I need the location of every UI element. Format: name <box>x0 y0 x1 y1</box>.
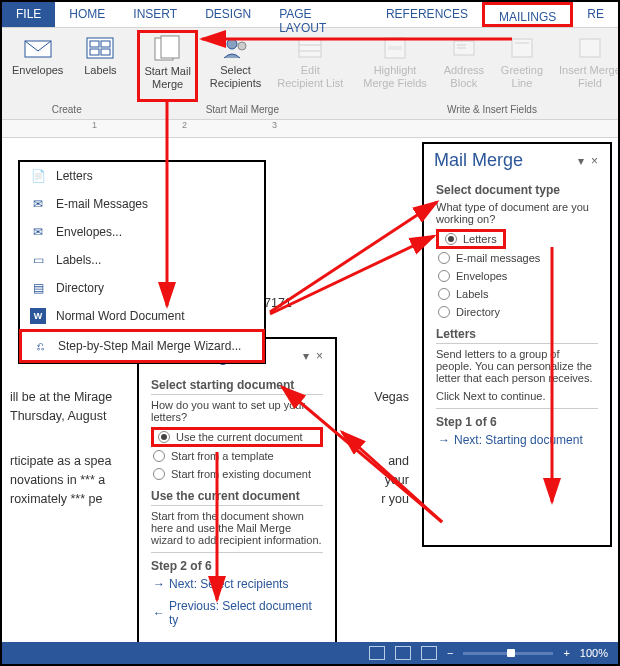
word-icon: W <box>30 308 46 324</box>
tab-insert[interactable]: INSERT <box>119 2 191 27</box>
arrow-left-icon: ← <box>153 606 165 620</box>
tab-file[interactable]: FILE <box>2 2 55 27</box>
envelopes-label: Envelopes <box>12 64 63 77</box>
label-icon: ▭ <box>30 252 46 268</box>
greeting-line-label: Greeting Line <box>501 64 543 90</box>
svg-rect-18 <box>512 39 532 57</box>
group-start-label: Start Mail Merge <box>206 102 279 117</box>
svg-rect-14 <box>388 46 402 50</box>
panel1-controls[interactable]: ▾ × <box>578 154 600 168</box>
zoom-in-button[interactable]: + <box>563 647 569 659</box>
svg-rect-7 <box>161 36 179 58</box>
letter-icon: 📄 <box>30 168 46 184</box>
next-select-recipients-link[interactable]: →Next: Select recipients <box>151 573 323 595</box>
ruler: 1 2 3 <box>2 120 618 138</box>
panel2-desc: Start from the document shown here and u… <box>151 510 323 546</box>
arrow-right-icon: → <box>438 433 450 447</box>
address-block-icon <box>448 34 480 62</box>
insert-merge-field-icon <box>574 34 606 62</box>
status-bar: − + 100% <box>2 642 618 664</box>
ruler-tick-3: 3 <box>272 120 277 137</box>
dropdown-directory[interactable]: ▤Directory <box>20 274 264 302</box>
dropdown-normal[interactable]: WNormal Word Document <box>20 302 264 330</box>
doc-para1r: Vegas <box>349 388 409 407</box>
start-mail-merge-button[interactable]: Start Mail Merge <box>137 30 197 102</box>
svg-point-9 <box>238 42 246 50</box>
radio-template[interactable]: Start from a template <box>151 447 323 465</box>
start-mail-merge-dropdown: 📄Letters ✉E-mail Messages ✉Envelopes... … <box>18 160 266 364</box>
insert-merge-field-button[interactable]: Insert Merge Field <box>555 30 620 102</box>
tab-mailings[interactable]: MAILINGS <box>482 2 573 27</box>
envelope-icon <box>22 34 54 62</box>
radio-letters[interactable]: Letters <box>436 229 506 249</box>
panel2-question: How do you want to set up your letters? <box>151 399 323 423</box>
radio-envelopes[interactable]: Envelopes <box>436 267 598 285</box>
doc-zip: 7171 <box>264 294 292 313</box>
group-write-label: Write & Insert Fields <box>447 102 537 117</box>
dropdown-letters[interactable]: 📄Letters <box>20 162 264 190</box>
tab-references[interactable]: REFERENCES <box>372 2 482 27</box>
envelopes-button[interactable]: Envelopes <box>8 30 67 102</box>
edit-recipient-list-icon <box>294 34 326 62</box>
panel1-desc: Send letters to a group of people. You c… <box>436 348 598 384</box>
radio-use-current[interactable]: Use the current document <box>151 427 323 447</box>
view-web-layout-icon[interactable] <box>421 646 437 660</box>
dropdown-labels[interactable]: ▭Labels... <box>20 246 264 274</box>
ruler-tick-2: 2 <box>182 120 187 137</box>
select-recipients-icon <box>220 34 252 62</box>
zoom-slider[interactable] <box>463 652 553 655</box>
wizard-icon: ⎌ <box>32 338 48 354</box>
svg-rect-10 <box>299 39 321 57</box>
prev-document-type-link[interactable]: ←Previous: Select document ty <box>151 595 323 631</box>
select-recipients-button[interactable]: Select Recipients <box>206 30 265 102</box>
radio-labels[interactable]: Labels <box>436 285 598 303</box>
panel1-title: Mail Merge <box>434 150 523 171</box>
address-block-button[interactable]: Address Block <box>439 30 489 102</box>
tab-design[interactable]: DESIGN <box>191 2 265 27</box>
ribbon-tabs: FILE HOME INSERT DESIGN PAGE LAYOUT REFE… <box>2 2 618 28</box>
ribbon: Envelopes Labels Create Start Mail Merge… <box>2 28 618 120</box>
labels-label: Labels <box>84 64 116 77</box>
group-start-mail-merge: Start Mail Merge Select Recipients Edit … <box>131 28 353 119</box>
tab-home[interactable]: HOME <box>55 2 119 27</box>
radio-existing[interactable]: Start from existing document <box>151 465 323 483</box>
directory-icon: ▤ <box>30 280 46 296</box>
radio-email[interactable]: E-mail messages <box>436 249 598 267</box>
labels-button[interactable]: Labels <box>75 30 125 102</box>
panel2-controls[interactable]: ▾ × <box>303 349 325 363</box>
highlight-icon <box>379 34 411 62</box>
group-write-insert: Highlight Merge Fields Address Block Gre… <box>353 28 620 119</box>
zoom-level[interactable]: 100% <box>580 647 608 659</box>
view-read-mode-icon[interactable] <box>395 646 411 660</box>
panel1-h2: Letters <box>436 327 598 344</box>
next-starting-document-link[interactable]: →Next: Starting document <box>436 429 598 451</box>
dropdown-email[interactable]: ✉E-mail Messages <box>20 190 264 218</box>
dropdown-wizard[interactable]: ⎌Step-by-Step Mail Merge Wizard... <box>19 329 265 363</box>
zoom-out-button[interactable]: − <box>447 647 453 659</box>
tab-overflow[interactable]: RE <box>573 2 618 27</box>
svg-rect-20 <box>580 39 600 57</box>
radio-directory[interactable]: Directory <box>436 303 598 321</box>
doc-para2r: andyourr you <box>347 452 409 508</box>
email-icon: ✉ <box>30 196 46 212</box>
arrow-right-icon: → <box>153 577 165 591</box>
mail-merge-panel-step2: Mail Merge▾ × Select starting document H… <box>137 337 337 657</box>
ruler-tick-1: 1 <box>92 120 97 137</box>
address-block-label: Address Block <box>444 64 484 90</box>
panel1-question: What type of document are you working on… <box>436 201 598 225</box>
doc-para1: ill be at the MirageThursday, August <box>10 388 112 426</box>
panel1-h1: Select document type <box>436 183 598 197</box>
panel2-step: Step 2 of 6 <box>151 552 323 573</box>
tab-page-layout[interactable]: PAGE LAYOUT <box>265 2 372 27</box>
panel1-step: Step 1 of 6 <box>436 408 598 429</box>
highlight-merge-fields-button[interactable]: Highlight Merge Fields <box>359 30 431 102</box>
dropdown-envelopes[interactable]: ✉Envelopes... <box>20 218 264 246</box>
panel2-h1: Select starting document <box>151 378 323 395</box>
doc-para2: rticipate as a speanovations in *** arox… <box>10 452 111 508</box>
panel2-h2: Use the current document <box>151 489 323 506</box>
view-print-layout-icon[interactable] <box>369 646 385 660</box>
svg-line-24 <box>270 236 434 314</box>
greeting-line-button[interactable]: Greeting Line <box>497 30 547 102</box>
edit-recipient-list-button[interactable]: Edit Recipient List <box>273 30 347 102</box>
insert-merge-field-label: Insert Merge Field <box>559 64 620 90</box>
